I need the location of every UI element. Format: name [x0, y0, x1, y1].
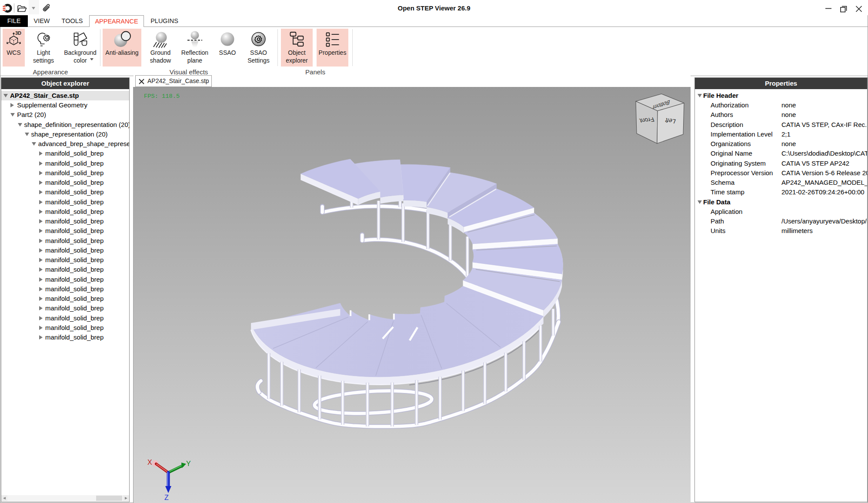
svg-text:Y: Y: [186, 460, 191, 467]
svg-text:Z: Z: [164, 494, 169, 501]
svg-text:3D: 3D: [15, 30, 21, 36]
svg-text:X: X: [147, 459, 152, 466]
